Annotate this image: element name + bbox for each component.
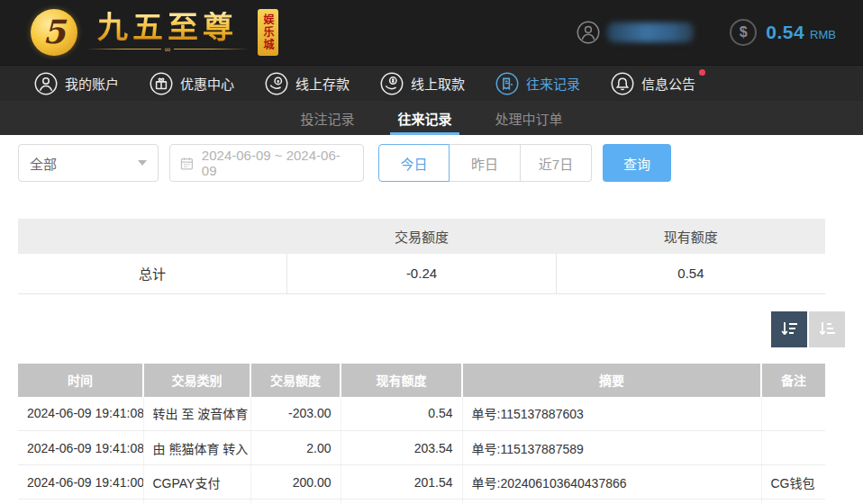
table-cell: 0.54 [341,397,462,431]
summary-table: 交易额度 现有额度 总计 -0.24 0.54 [18,219,825,294]
table-cell: 2024-06-09 19:41:08 [18,431,143,465]
nav-item-label: 往来记录 [526,74,580,93]
top-header: 5 九五至尊 ∞ 娱乐城 $ 0.54 RMB [0,0,863,65]
col-header-transaction-amount: 交易额度 [250,364,341,397]
brand-badge: 娱乐城 [258,9,278,56]
quick-date-buttons: 今日 昨日 近7日 [378,144,592,182]
balance-currency: RMB [810,23,836,41]
summary-transaction-total: -0.24 [287,254,557,293]
table-cell: 单号:115137887589 [462,431,761,465]
calendar-icon [179,156,195,171]
nav-item-transaction-records[interactable]: 往来记录 [495,72,580,95]
summary-total-row: 总计 -0.24 0.54 [18,254,825,293]
today-button[interactable]: 今日 [378,144,450,182]
brand-name: 九五至尊 [97,12,238,44]
table-row: 2024-06-09 19:41:08由 熊猫体育 转入2.00203.54单号… [18,431,825,465]
sort-descending-icon [778,319,800,340]
table-cell [761,500,825,504]
chevron-down-icon [138,160,147,166]
nav-item-label: 我的账户 [65,74,119,93]
content-area: 全部 2024-06-09 ~ 2024-06-09 今日 昨日 近7日 查询 [0,135,863,504]
nav-item-promotions[interactable]: 优惠中心 [150,72,234,95]
sort-controls [18,311,845,347]
deposit-icon [265,72,288,95]
table-row: 2024-06-09 19:41:08转出 至 波音体育-203.000.54单… [18,397,825,431]
balance-amount: 0.54 [766,22,804,43]
col-header-transaction-type: 交易类别 [143,364,250,397]
table-cell: 由 熊猫体育 转入 [143,431,250,465]
gift-icon [150,72,173,95]
col-header-note: 备注 [761,364,825,397]
logo-mark-glyph: 5 [42,13,65,50]
col-header-current-balance: 现有额度 [341,364,462,397]
records-table: 时间 交易类别 交易额度 现有额度 摘要 备注 2024-06-09 19:41… [18,364,825,504]
nav-item-my-account[interactable]: 我的账户 [34,72,119,95]
records-tbody: 2024-06-09 19:41:08转出 至 波音体育-203.000.54单… [18,397,825,504]
sort-ascending-button[interactable] [809,311,845,347]
table-cell: 单号:202406103640437866 [462,465,761,500]
table-cell [761,397,825,431]
table-cell [341,500,462,504]
user-icon [34,72,58,95]
yesterday-button[interactable]: 昨日 [450,144,521,182]
table-row: 2024-06-09 19:41:00CGPAY支付200.00201.54单号… [18,465,825,500]
user-avatar-icon[interactable] [577,21,600,44]
col-header-summary: 摘要 [462,364,761,397]
category-select-value: 全部 [30,154,57,173]
summary-header-row: 交易额度 现有额度 [18,219,825,254]
record-tabs: 投注记录 往来记录 处理中订单 [0,101,863,135]
table-cell: 转出 至 波音体育 [143,397,250,431]
date-range-input[interactable]: 2024-06-09 ~ 2024-06-09 [169,144,364,182]
summary-header-current-balance: 现有额度 [556,219,825,254]
table-cell: 2024-06-09 19:41:08 [18,397,143,431]
user-area: $ 0.54 RMB [577,19,836,46]
table-cell: 200.00 [250,465,341,500]
records-header-row: 时间 交易类别 交易额度 现有额度 摘要 备注 [18,364,825,397]
table-cell: 2024-06-09 19:41:00 [18,465,143,500]
summary-header-empty [18,219,287,254]
table-row-partial: 由 熊猫体育 转入 [18,500,825,504]
table-cell: CGPAY支付 [143,465,250,500]
username-redacted[interactable] [607,22,694,42]
nav-item-label: 线上取款 [411,74,465,93]
sort-descending-button[interactable] [771,311,807,347]
nav-item-online-deposit[interactable]: 线上存款 [265,72,350,95]
balance-dollar-icon: $ [730,19,757,46]
logo-text: 九五至尊 ∞ [86,12,249,53]
records-icon [495,72,519,95]
table-cell: CG钱包 [761,465,825,500]
table-cell [462,500,761,504]
nav-item-label: 优惠中心 [180,74,234,93]
table-cell: 由 熊猫体育 转入 [143,500,250,504]
nav-item-online-withdraw[interactable]: 线上取款 [380,72,465,95]
logo-flourish: ∞ [86,46,249,53]
tab-betting-records[interactable]: 投注记录 [298,101,356,135]
nav-item-label: 信息公告 [641,74,695,93]
table-cell: 201.54 [341,465,462,500]
summary-total-label: 总计 [18,254,287,293]
table-cell [250,500,341,504]
date-range-value: 2024-06-09 ~ 2024-06-09 [202,148,354,178]
table-cell: 2.00 [250,431,341,465]
brand-logo[interactable]: 5 九五至尊 ∞ 娱乐城 [31,9,278,56]
sort-ascending-icon [816,319,838,340]
withdraw-icon [380,72,404,95]
transaction-records-page: 5 九五至尊 ∞ 娱乐城 $ 0.54 RMB [0,0,863,504]
tab-transaction-records[interactable]: 往来记录 [395,101,453,135]
table-cell [761,431,825,465]
tab-pending-orders[interactable]: 处理中订单 [494,101,565,135]
nav-item-announcements[interactable]: 信息公告 [611,72,695,95]
category-select[interactable]: 全部 [18,144,159,182]
logo-coin-icon: 5 [31,9,77,56]
bell-icon [611,72,634,95]
last-7-days-button[interactable]: 近7日 [521,144,592,182]
table-cell [18,500,143,504]
table-cell: 单号:115137887603 [462,397,761,431]
table-cell: 203.54 [341,431,462,465]
summary-balance-total: 0.54 [556,254,825,293]
nav-item-label: 线上存款 [295,74,350,93]
table-cell: -203.00 [250,397,341,431]
notification-dot [699,69,705,76]
col-header-time: 时间 [18,364,143,397]
query-button[interactable]: 查询 [603,144,671,182]
